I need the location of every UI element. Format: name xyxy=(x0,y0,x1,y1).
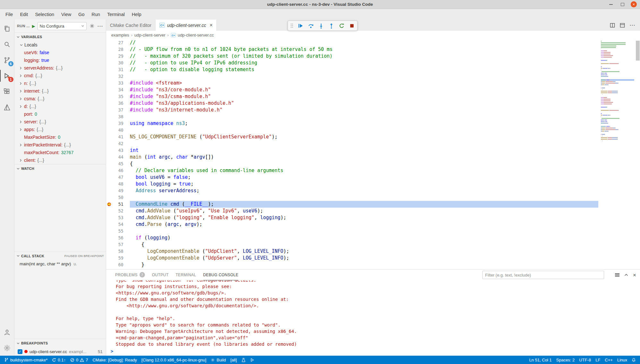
expand-icon[interactable] xyxy=(19,89,24,93)
restart-button[interactable] xyxy=(338,22,345,29)
panel-tab-output[interactable]: OUTPUT xyxy=(152,269,169,280)
variable-row-interPacketInterval[interactable]: interPacketInterval:{...} xyxy=(14,141,106,149)
panel-tab-debug-console[interactable]: DEBUG CONSOLE xyxy=(203,269,239,280)
expand-icon[interactable] xyxy=(19,128,24,131)
close-panel-button[interactable]: × xyxy=(633,272,636,278)
variable-row-n[interactable]: n:{...} xyxy=(14,79,106,87)
code-line-56[interactable]: 56 if (logging) xyxy=(106,235,598,241)
variable-row-useV6[interactable]: useV6:false xyxy=(14,49,106,56)
code-line-30[interactable]: 30// - option to use IPv4 or IPv6 addres… xyxy=(106,60,598,66)
more-actions-icon[interactable]: ··· xyxy=(97,23,103,29)
scrollbar-thumb[interactable] xyxy=(636,41,640,61)
code-line-51[interactable]: 51 CommandLine cmd (__FILE__); xyxy=(106,201,598,208)
continue-button[interactable] xyxy=(297,22,304,29)
status-sync[interactable]: 0.1↑ xyxy=(50,356,68,364)
console-filter-input[interactable] xyxy=(482,271,604,279)
step-into-button[interactable] xyxy=(317,22,324,29)
toggle-layout-button[interactable] xyxy=(620,23,625,28)
variable-row-csma[interactable]: csma:{...} xyxy=(14,95,106,103)
breadcrumb-item[interactable]: udp-client-server xyxy=(134,33,165,37)
expand-icon[interactable] xyxy=(19,82,24,85)
code-line-59[interactable]: 59 LogComponentEnable ("UdpServer", LOG_… xyxy=(106,255,598,261)
code-line-60[interactable]: 60 } xyxy=(106,261,598,268)
status-kit[interactable]: [Clang 12.0.0 x86_64-pc-linux-gnu] xyxy=(139,356,208,364)
expand-icon[interactable] xyxy=(19,97,24,101)
code-line-43[interactable]: 43int xyxy=(106,147,598,154)
code-line-57[interactable]: 57 { xyxy=(106,241,598,248)
activity-cmake[interactable] xyxy=(0,99,14,115)
code-line-45[interactable]: 45{ xyxy=(106,161,598,167)
variable-row-server[interactable]: server:{...} xyxy=(14,118,106,126)
variable-row-MaxPacketSize[interactable]: MaxPacketSize:0 xyxy=(14,133,106,141)
activity-settings[interactable] xyxy=(0,340,14,356)
menu-help[interactable]: Help xyxy=(128,11,145,18)
status-launch[interactable] xyxy=(248,356,257,364)
code-line-47[interactable]: 47 bool useV6 = false; xyxy=(106,174,598,181)
variable-row-d[interactable]: d:{...} xyxy=(14,103,106,110)
variable-row-apps[interactable]: apps:{...} xyxy=(14,126,106,133)
call-stack-section-header[interactable]: CALL STACK PAUSED ON BREAKPOINT xyxy=(14,252,106,260)
filter-results-button[interactable] xyxy=(615,273,619,277)
tab-udp-client-server-cc[interactable]: C+udp-client-server.cc× xyxy=(156,20,217,31)
split-editor-button[interactable] xyxy=(610,23,615,28)
close-button[interactable]: × xyxy=(631,1,637,7)
code-line-54[interactable]: 54 cmd.Parse (argc, argv); xyxy=(106,221,598,228)
variable-row-client[interactable]: client:{...} xyxy=(14,156,106,164)
debug-config-dropdown[interactable]: No Configura xyxy=(38,22,87,30)
code-line-53[interactable]: 53 cmd.AddValue ("logging", "Enable logg… xyxy=(106,214,598,221)
breadcrumb-item[interactable]: C+udp-client-server.cc xyxy=(171,33,214,37)
code-line-46[interactable]: 46 // Declare variables used in command-… xyxy=(106,167,598,174)
activity-extensions[interactable] xyxy=(0,84,14,99)
status-language[interactable]: C++ xyxy=(602,356,615,364)
expand-icon[interactable] xyxy=(19,66,24,70)
code-line-36[interactable]: 36#include "ns3/applications-module.h" xyxy=(106,100,598,107)
status-cursor-position[interactable]: Ln 51, Col 1 xyxy=(527,356,554,364)
code-line-55[interactable]: 55 xyxy=(106,228,598,235)
code-line-34[interactable]: 34#include "ns3/core-module.h" xyxy=(106,87,598,93)
watch-section-header[interactable]: WATCH xyxy=(14,164,106,173)
menu-file[interactable]: File xyxy=(2,11,16,18)
breadcrumb-item[interactable]: examples xyxy=(111,33,129,37)
menu-edit[interactable]: Edit xyxy=(16,11,31,18)
minimap[interactable] xyxy=(598,39,636,269)
code-line-61[interactable]: 61 xyxy=(106,268,598,269)
maximize-button[interactable] xyxy=(619,1,626,8)
variable-row-maxPacketCount[interactable]: maxPacketCount:32767 xyxy=(14,149,106,156)
variable-row-cmd[interactable]: cmd:{...} xyxy=(14,72,106,79)
code-line-50[interactable]: 50 xyxy=(106,194,598,201)
menu-terminal[interactable]: Terminal xyxy=(104,11,128,18)
code-line-52[interactable]: 52 cmd.AddValue ("useIpv6", "Use Ipv6", … xyxy=(106,208,598,214)
activity-account[interactable] xyxy=(0,324,14,340)
variable-row-internet[interactable]: internet:{...} xyxy=(14,87,106,95)
breakpoint-row[interactable]: ✓ udp-client-server.cc exampl... 51 xyxy=(14,347,106,356)
code-line-28[interactable]: 28// - UDP flow from n0 to n1 of 1024 by… xyxy=(106,46,598,53)
code-line-31[interactable]: 31// - option to disable logging stateme… xyxy=(106,66,598,73)
code-line-49[interactable]: 49 Address serverAddress; xyxy=(106,187,598,194)
menu-run[interactable]: Run xyxy=(88,11,104,18)
stack-frame-row[interactable]: main(int argc, char ** argv) u. xyxy=(14,260,106,268)
activity-explorer[interactable] xyxy=(0,21,14,37)
console-prompt[interactable]: > xyxy=(111,348,113,354)
step-out-button[interactable] xyxy=(328,22,335,29)
expand-icon[interactable] xyxy=(19,120,24,124)
expand-icon[interactable] xyxy=(19,105,24,108)
step-over-button[interactable] xyxy=(307,22,314,29)
expand-icon[interactable] xyxy=(19,159,24,162)
code-line-42[interactable]: 42 xyxy=(106,140,598,147)
code-line-32[interactable]: 32 xyxy=(106,73,598,80)
maximize-panel-button[interactable] xyxy=(624,273,628,277)
code-line-58[interactable]: 58 LogComponentEnable ("UdpClient", LOG_… xyxy=(106,248,598,255)
breakpoint-checkbox[interactable]: ✓ xyxy=(18,349,22,354)
code-line-38[interactable]: 38 xyxy=(106,113,598,120)
status-eol[interactable]: LF xyxy=(593,356,602,364)
code-line-37[interactable]: 37#include "ns3/internet-module.h" xyxy=(106,107,598,113)
code-line-29[interactable]: 29// - maximum of 320 packets sent (or l… xyxy=(106,53,598,60)
close-tab-icon[interactable]: × xyxy=(210,22,213,28)
status-encoding[interactable]: UTF-8 xyxy=(577,356,593,364)
status-os[interactable]: Linux xyxy=(615,356,629,364)
code-line-39[interactable]: 39using namespace ns3; xyxy=(106,120,598,127)
status-branch[interactable]: buildsystem-cmake* xyxy=(2,356,50,364)
activity-run-debug[interactable]: 1 xyxy=(0,68,14,84)
minimize-button[interactable] xyxy=(608,1,614,8)
activity-search[interactable] xyxy=(0,37,14,52)
